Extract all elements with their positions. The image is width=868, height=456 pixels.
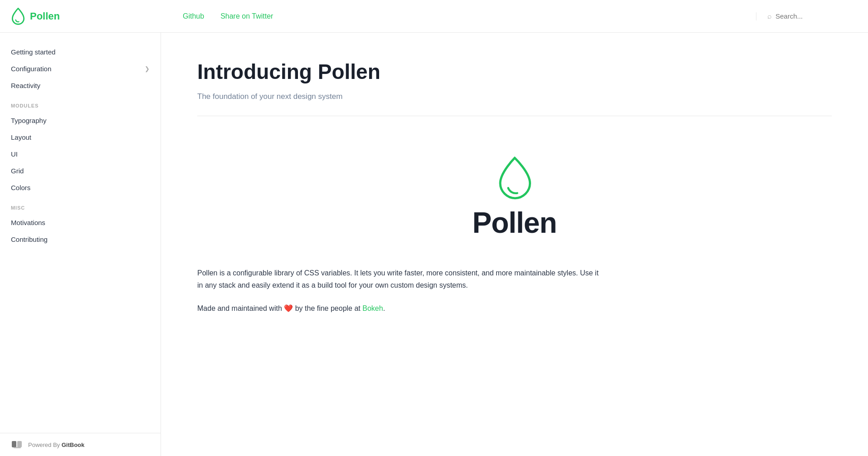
sidebar-item-ui[interactable]: UI bbox=[0, 146, 161, 162]
sidebar-item-reactivity[interactable]: Reactivity bbox=[0, 77, 161, 94]
heart-emoji: ❤️ bbox=[284, 304, 293, 312]
sidebar-item-motivations[interactable]: Motivations bbox=[0, 214, 161, 231]
hero-logo-area: Pollen bbox=[197, 138, 832, 267]
description-2: Made and maintained with ❤️ by the fine … bbox=[197, 302, 605, 314]
misc-section-label: MISC bbox=[0, 196, 161, 214]
logo-text: Pollen bbox=[30, 10, 60, 22]
section-divider bbox=[197, 116, 832, 116]
sidebar-nav: Getting started Configuration ❯ Reactivi… bbox=[0, 44, 161, 456]
page-title: Introducing Pollen bbox=[197, 60, 832, 84]
sidebar-item-layout[interactable]: Layout bbox=[0, 129, 161, 146]
sidebar-item-colors[interactable]: Colors bbox=[0, 179, 161, 196]
chevron-right-icon: ❯ bbox=[145, 65, 150, 72]
sidebar-item-typography[interactable]: Typography bbox=[0, 112, 161, 129]
svg-rect-0 bbox=[12, 441, 16, 447]
header: Pollen Github Share on Twitter ⌕ bbox=[0, 0, 868, 33]
search-input[interactable] bbox=[775, 12, 857, 20]
main-content: Introducing Pollen The foundation of you… bbox=[161, 33, 868, 456]
github-link[interactable]: Github bbox=[183, 12, 204, 20]
svg-rect-2 bbox=[14, 447, 21, 448]
search-icon: ⌕ bbox=[767, 12, 772, 20]
twitter-link[interactable]: Share on Twitter bbox=[220, 12, 273, 20]
hero-drop-icon bbox=[497, 156, 533, 201]
logo-link[interactable]: Pollen bbox=[11, 8, 172, 25]
gitbook-icon bbox=[11, 440, 24, 450]
sidebar-item-configuration[interactable]: Configuration ❯ bbox=[0, 60, 161, 77]
sidebar-item-contributing[interactable]: Contributing bbox=[0, 231, 161, 248]
bokeh-link[interactable]: Bokeh bbox=[362, 304, 383, 312]
page-subtitle: The foundation of your next design syste… bbox=[197, 92, 832, 101]
search-area: ⌕ bbox=[756, 12, 857, 20]
modules-section-label: MODULES bbox=[0, 94, 161, 112]
powered-by-label: Powered By GitBook bbox=[28, 441, 84, 448]
svg-rect-1 bbox=[17, 441, 22, 447]
sidebar-item-getting-started[interactable]: Getting started bbox=[0, 44, 161, 60]
header-nav: Github Share on Twitter bbox=[172, 12, 756, 20]
sidebar-item-grid[interactable]: Grid bbox=[0, 162, 161, 179]
description-1: Pollen is a configurable library of CSS … bbox=[197, 267, 605, 291]
sidebar-footer: Powered By GitBook bbox=[0, 433, 161, 456]
hero-pollen-text: Pollen bbox=[472, 206, 556, 240]
logo-icon bbox=[11, 8, 25, 25]
sidebar: Getting started Configuration ❯ Reactivi… bbox=[0, 33, 161, 456]
app-body: Getting started Configuration ❯ Reactivi… bbox=[0, 33, 868, 456]
